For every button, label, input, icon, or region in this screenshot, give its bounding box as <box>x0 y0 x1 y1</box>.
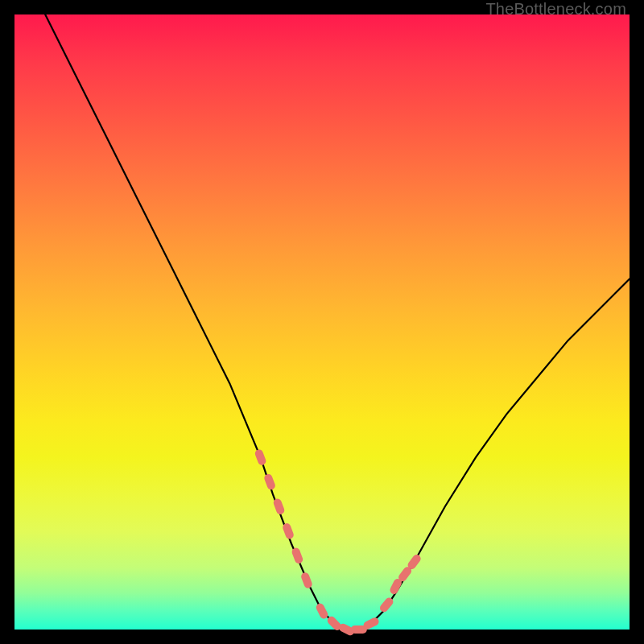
marker-dot <box>315 602 329 620</box>
marker-dot <box>254 448 266 466</box>
marker-dot <box>263 473 276 490</box>
bottleneck-curve <box>45 14 630 630</box>
chart-svg-layer <box>14 14 630 630</box>
chart-frame: TheBottleneck.com <box>0 0 644 644</box>
watermark-text: TheBottleneck.com <box>485 0 626 19</box>
marker-dot <box>300 572 313 589</box>
marker-dot <box>291 547 303 564</box>
marker-group <box>254 448 422 637</box>
